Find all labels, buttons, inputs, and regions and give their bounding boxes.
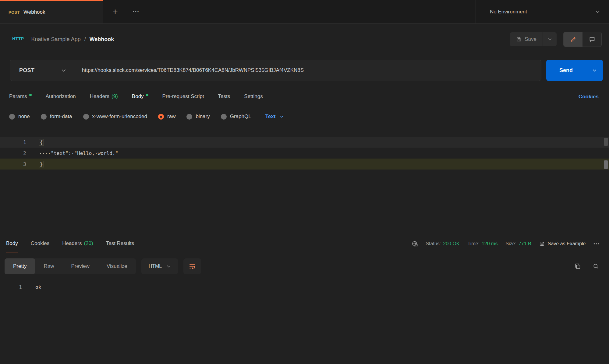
mode-graphql[interactable]: GraphQL — [221, 114, 251, 120]
raw-language-dropdown[interactable]: Text — [265, 114, 284, 120]
tab-options-button[interactable]: ••• — [127, 0, 145, 23]
size-value: 771 B — [519, 241, 531, 247]
format-dropdown[interactable]: HTML — [141, 258, 178, 274]
green-dot-icon — [29, 94, 32, 96]
environment-selector[interactable]: No Environment — [476, 0, 609, 23]
save-options-button[interactable] — [543, 32, 557, 46]
save-button[interactable]: Save — [510, 32, 543, 46]
wrap-lines-icon — [189, 264, 195, 269]
http-protocol-icon: HTTP — [12, 36, 24, 42]
tab-authorization[interactable]: Authorization — [46, 88, 76, 105]
mode-form-data-label: form-data — [50, 114, 72, 120]
copy-button[interactable] — [575, 263, 581, 269]
send-button[interactable]: Send — [546, 60, 586, 81]
wrap-lines-button[interactable] — [183, 258, 201, 274]
edit-documentation-button[interactable] — [564, 32, 582, 47]
chevron-down-icon — [593, 69, 597, 72]
close-brace: } — [39, 161, 44, 167]
tab-prerequest-script[interactable]: Pre-request Script — [162, 88, 204, 105]
search-button[interactable] — [593, 263, 599, 269]
request-tabs: Params Authorization Headers (9) Body Pr… — [0, 88, 609, 105]
editor-line-active[interactable]: 3 } — [0, 159, 609, 170]
green-dot-icon — [146, 94, 148, 96]
chevron-down-icon — [548, 38, 552, 40]
response-tab-cookies-label: Cookies — [31, 240, 49, 247]
line-number: 2 — [0, 150, 30, 156]
radio-icon[interactable] — [9, 114, 15, 120]
line-number: 1 — [0, 139, 30, 145]
chevron-down-icon — [280, 115, 284, 118]
cookies-link[interactable]: Cookies — [579, 88, 599, 105]
radio-icon[interactable] — [186, 114, 192, 120]
radio-icon[interactable] — [41, 114, 47, 120]
radio-icon[interactable] — [221, 114, 227, 120]
send-options-button[interactable] — [586, 60, 603, 81]
comment-icon — [589, 37, 595, 42]
body-mode-row: none form-data x-www-form-urlencoded raw… — [0, 110, 609, 124]
tab-tests[interactable]: Tests — [218, 88, 230, 105]
response-tabs: Body Cookies Headers (20) Test Results — [0, 234, 609, 253]
radio-icon[interactable] — [83, 114, 89, 120]
view-raw-button[interactable]: Raw — [35, 258, 62, 274]
response-tab-body[interactable]: Body — [6, 234, 18, 253]
code-text: ····"text":·"Hello,·world." — [30, 150, 118, 156]
tab-params[interactable]: Params — [9, 88, 32, 105]
view-mode-group: Pretty Raw Preview Visualize — [5, 258, 136, 274]
mode-form-data[interactable]: form-data — [41, 114, 72, 120]
mode-graphql-label: GraphQL — [230, 114, 251, 120]
raw-language-label: Text — [265, 114, 276, 120]
tab-authorization-label: Authorization — [46, 93, 76, 100]
response-tab-test-results[interactable]: Test Results — [106, 234, 134, 253]
network-globe-icon[interactable] — [412, 241, 418, 247]
request-header: HTTP Knative Sample App / Webhook Save — [0, 29, 609, 49]
tab-tests-label: Tests — [218, 93, 230, 100]
mode-raw[interactable]: raw — [158, 114, 175, 120]
status-label: Status: — [426, 241, 441, 247]
view-pretty-button[interactable]: Pretty — [5, 258, 35, 274]
plus-icon: + — [112, 7, 118, 17]
breadcrumb-request-name[interactable]: Webhook — [90, 36, 114, 43]
response-body-viewer[interactable]: 1 ok — [0, 282, 609, 292]
tab-body[interactable]: Body — [132, 88, 148, 105]
request-tab-webhook[interactable]: POST Webhook — [0, 0, 103, 23]
method-dropdown[interactable]: POST — [10, 60, 74, 81]
comments-button[interactable] — [582, 32, 601, 47]
search-icon — [593, 263, 599, 269]
scrollbar-mark[interactable] — [604, 160, 608, 169]
tab-headers[interactable]: Headers (9) — [90, 88, 118, 105]
postman-app: POST Webhook + ••• No Environment HTTP K… — [0, 0, 609, 292]
view-preview-button[interactable]: Preview — [62, 258, 98, 274]
ellipsis-icon: ••• — [133, 9, 140, 14]
time-indicator[interactable]: Time: 120 ms — [468, 241, 498, 247]
request-body-editor[interactable]: 1 { 2 ····"text":·"Hello,·world." 3 } — [0, 133, 609, 234]
mode-raw-label: raw — [167, 114, 175, 120]
line-number: 3 — [0, 161, 30, 167]
mode-urlencoded[interactable]: x-www-form-urlencoded — [83, 114, 147, 120]
save-as-example-button[interactable]: Save as Example — [539, 241, 586, 247]
editor-line[interactable]: 1 { — [0, 137, 609, 148]
tab-settings[interactable]: Settings — [244, 88, 263, 105]
response-code-text: ok — [26, 284, 41, 290]
editor-line[interactable]: 2 ····"text":·"Hello,·world." — [0, 148, 609, 159]
breadcrumb-collection[interactable]: Knative Sample App — [31, 36, 81, 43]
save-icon — [539, 241, 545, 247]
mode-none[interactable]: none — [9, 114, 30, 120]
response-body-actions — [575, 263, 604, 269]
scrollbar-mark[interactable] — [604, 138, 608, 146]
time-label: Time: — [468, 241, 480, 247]
radio-selected-icon[interactable] — [158, 114, 164, 120]
response-options-button[interactable]: ••• — [593, 241, 600, 246]
response-view-toolbar: Pretty Raw Preview Visualize HTML — [0, 257, 609, 275]
environment-label: No Environment — [490, 9, 527, 15]
mode-binary[interactable]: binary — [186, 114, 210, 120]
response-tab-cookies[interactable]: Cookies — [31, 234, 49, 253]
response-tab-headers[interactable]: Headers (20) — [62, 234, 93, 253]
url-input[interactable]: https://hooks.slack.com/services/T06TD83… — [74, 60, 541, 81]
new-tab-button[interactable]: + — [103, 0, 127, 23]
view-visualize-button[interactable]: Visualize — [98, 258, 136, 274]
size-indicator[interactable]: Size: 771 B — [505, 241, 531, 247]
response-line[interactable]: 1 ok — [0, 282, 609, 292]
url-bar: POST https://hooks.slack.com/services/T0… — [0, 60, 609, 81]
status-indicator[interactable]: Status: 200 OK — [426, 241, 459, 247]
response-headers-count-badge: (20) — [84, 240, 93, 247]
